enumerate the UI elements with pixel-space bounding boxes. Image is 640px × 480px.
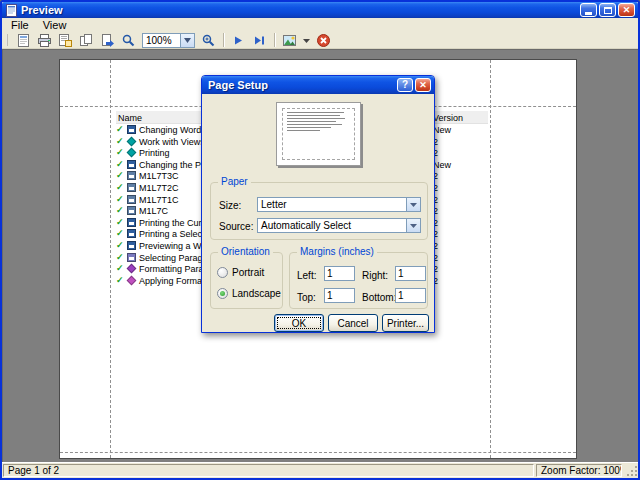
right-margin-input[interactable] (395, 266, 426, 281)
copy-pages-button[interactable] (77, 32, 96, 48)
toolbar-separator (274, 33, 275, 47)
status-bar: Page 1 of 2 Zoom Factor: 100% (2, 462, 638, 478)
margin-guide (490, 60, 491, 458)
top-margin-label: Top: (297, 292, 316, 303)
margin-guide (110, 60, 111, 458)
ok-button[interactable]: OK (274, 314, 324, 332)
landscape-radio[interactable]: Landscape (217, 288, 281, 299)
maximize-button[interactable] (599, 3, 616, 17)
close-button[interactable]: ✕ (618, 3, 635, 17)
topic-name: Printing (139, 148, 170, 158)
cancel-button[interactable]: Cancel (328, 314, 378, 332)
paper-group: Paper Size: Letter Source: Automatically… (210, 182, 428, 240)
thumbnail-page (282, 108, 355, 160)
stop-icon (316, 33, 331, 48)
thumbnail-text-line (287, 124, 342, 125)
topic-icon (127, 229, 136, 238)
page-setup-button[interactable] (56, 32, 75, 48)
portrait-radio[interactable]: Portrait (217, 267, 264, 278)
minimize-button[interactable] (580, 3, 597, 17)
find-button[interactable] (119, 32, 138, 48)
check-icon (116, 240, 124, 251)
app-icon (5, 4, 18, 17)
paper-size-select[interactable]: Letter (257, 197, 421, 212)
page-setup-icon (58, 33, 73, 48)
printer-button[interactable]: Printer... (382, 314, 429, 332)
zoom-button[interactable] (199, 32, 218, 48)
topic-icon (127, 148, 137, 158)
check-icon (116, 205, 124, 216)
status-zoom-factor: Zoom Factor: 100% (536, 464, 622, 477)
topic-icon (127, 206, 136, 215)
left-margin-input[interactable] (324, 266, 355, 281)
thumbnail-text-line (287, 130, 320, 131)
thumbnail-text-line (287, 127, 331, 128)
image-dropdown-button[interactable] (301, 32, 312, 48)
page-setup-dialog: Page Setup ? ✕ Paper Size: (201, 75, 435, 333)
bottom-margin-input[interactable] (395, 288, 426, 303)
margin-guide (60, 452, 576, 453)
zoom-in-icon (201, 33, 216, 48)
insert-image-button[interactable] (280, 32, 299, 48)
toolbar-grip[interactable] (6, 34, 8, 46)
last-page-button[interactable] (250, 32, 269, 48)
page-layout-button[interactable] (14, 32, 33, 48)
topic-icon (127, 264, 137, 274)
export-page-button[interactable] (98, 32, 117, 48)
thumbnail-text-line (287, 115, 340, 116)
portrait-label: Portrait (232, 267, 264, 278)
topic-icon (127, 171, 136, 180)
printer-page-icon (5, 4, 18, 17)
export-page-icon (100, 33, 115, 48)
preview-window: Preview ✕ File View (0, 0, 640, 480)
dropdown-caret-icon (302, 33, 311, 48)
maximize-icon (604, 7, 612, 14)
dropdown-arrow-icon (184, 38, 191, 43)
copy-pages-icon (79, 33, 94, 48)
topic-icon (127, 183, 136, 192)
toolbar-separator (223, 33, 224, 47)
stop-button[interactable] (314, 32, 333, 48)
magnifier-icon (121, 33, 136, 48)
paper-source-value: Automatically Select (258, 219, 406, 232)
zoom-input[interactable] (142, 33, 180, 48)
thumbnail-text-line (287, 121, 336, 122)
topic-icon (127, 275, 137, 285)
dialog-title: Page Setup (205, 79, 395, 91)
margins-group-label: Margins (inches) (297, 246, 377, 258)
topic-version: New (433, 160, 451, 170)
resize-grip-icon (626, 465, 638, 477)
margins-group: Margins (inches) Left: Right: Top: Botto… (289, 252, 428, 309)
source-label: Source: (219, 221, 253, 232)
dialog-help-button[interactable]: ? (397, 78, 413, 92)
check-icon (116, 252, 124, 263)
check-icon (116, 147, 124, 158)
menu-view[interactable]: View (36, 19, 74, 31)
column-version: Version (433, 113, 463, 123)
dialog-close-button[interactable]: ✕ (415, 78, 431, 92)
thumbnail-text-line (287, 118, 345, 119)
topic-name: M1L7T1C (139, 195, 179, 205)
topic-icon (127, 195, 136, 204)
check-icon (116, 194, 124, 205)
next-page-button[interactable] (229, 32, 248, 48)
window-controls: ✕ (580, 3, 635, 17)
paper-source-select[interactable]: Automatically Select (257, 218, 421, 233)
paper-size-value: Letter (258, 198, 406, 211)
check-icon (116, 182, 124, 193)
orientation-group: Orientation Portrait Landscape (210, 252, 283, 309)
menu-file[interactable]: File (4, 19, 36, 31)
topic-name: M1L7T2C (139, 183, 179, 193)
check-icon (116, 159, 124, 170)
window-title: Preview (21, 4, 577, 16)
check-icon (116, 228, 124, 239)
dialog-body: Paper Size: Letter Source: Automatically… (202, 94, 434, 332)
resize-grip[interactable] (624, 464, 638, 477)
image-icon (282, 33, 297, 48)
topic-icon (127, 241, 136, 250)
top-margin-input[interactable] (324, 288, 355, 303)
check-icon (116, 217, 124, 228)
zoom-dropdown-button[interactable] (180, 33, 195, 48)
topic-name: M1L7C (139, 206, 168, 216)
print-button[interactable] (35, 32, 54, 48)
